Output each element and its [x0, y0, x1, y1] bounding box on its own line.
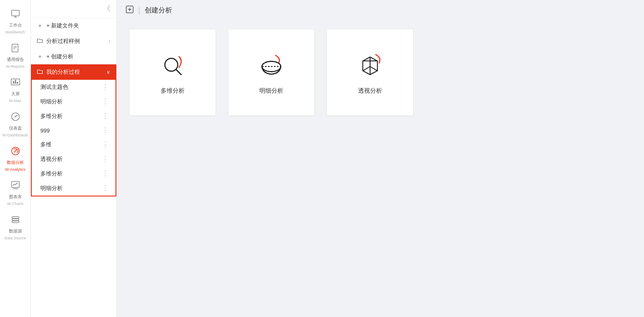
card-label-detail: 明细分析: [259, 87, 283, 95]
svg-rect-20: [12, 219, 19, 220]
header-divider: |: [138, 6, 140, 15]
folder-icon: [37, 38, 43, 45]
svg-rect-3: [12, 44, 18, 52]
svg-rect-0: [12, 10, 19, 16]
svg-line-26: [176, 69, 181, 75]
sub-item-label-5: 透视分析: [40, 155, 101, 163]
sub-item-label-1: 明细分析: [40, 98, 101, 106]
svg-rect-19: [12, 217, 19, 218]
nav-w-dashboards[interactable]: 仪表盘 W-Dashboards: [0, 107, 30, 142]
card-detail[interactable]: 明细分析: [228, 30, 314, 115]
workbench-sublabel: Workbench: [6, 30, 25, 34]
w-dashboards-label: 仪表盘: [9, 125, 22, 131]
w-dashboards-sublabel: W-Dashboards: [3, 133, 28, 137]
svg-rect-8: [13, 81, 14, 84]
my-analysis-label: 我的分析过程: [46, 68, 103, 76]
card-perspective[interactable]: 透视分析: [327, 30, 413, 115]
w-max-sublabel: W-Max: [9, 99, 21, 103]
card-icon-detail: [256, 50, 286, 80]
create-analysis-label: + 创建分析: [46, 53, 110, 60]
sub-item-label-2: 多维分析: [40, 112, 101, 120]
sub-item-2[interactable]: 多维分析 ⋮: [32, 109, 115, 124]
sub-item-label-6: 多维分析: [40, 170, 101, 178]
sub-item-5[interactable]: 透视分析 ⋮: [32, 152, 115, 166]
main-content: | 创建分析 多维分析: [117, 0, 644, 317]
w-dashboards-icon: [10, 112, 21, 124]
arrow-right-icon: ›: [109, 38, 110, 44]
new-folder-item[interactable]: ＋ + 新建文件夹: [31, 18, 116, 33]
plus-icon-2: ＋: [37, 53, 43, 60]
card-multi-dim[interactable]: 多维分析: [130, 30, 216, 115]
svg-point-13: [15, 116, 16, 118]
sub-item-label-4: 多维: [40, 141, 101, 148]
cards-area: 多维分析 明细分析: [117, 21, 644, 317]
analysis-examples-label: 分析过程样例: [46, 37, 105, 45]
nav-data-source[interactable]: 数据源 Data Source: [0, 210, 30, 245]
plus-icon: ＋: [37, 22, 43, 30]
icon-nav: 工作台 Workbench 通用报告 W-Reports 大屏 W-Max: [0, 0, 31, 317]
data-source-sublabel: Data Source: [4, 236, 26, 240]
my-analysis-section[interactable]: 我的分析过程 ∨: [31, 64, 116, 80]
sub-item-label-0: 测试主题色: [40, 83, 101, 91]
nav-w-analytics[interactable]: 数据分析 W-Analytics: [0, 142, 30, 176]
workbench-label: 工作台: [9, 22, 22, 28]
chevron-down-icon: ∨: [106, 69, 110, 75]
page-header-icon: [125, 5, 134, 16]
nav-w-max[interactable]: 大屏 W-Max: [0, 73, 30, 107]
w-analytics-icon: [10, 146, 21, 158]
nav-w-reports[interactable]: 通用报告 W-Reports: [0, 39, 30, 73]
w-charts-sublabel: W-Charts: [7, 202, 24, 206]
sidebar-header: 《: [31, 0, 116, 18]
card-label-perspective: 透视分析: [358, 87, 382, 95]
my-analysis-sub-items: 测试主题色 ⋮ 明细分析 ⋮ 多维分析 ⋮ 999 ⋮ 多维 ⋮ 透视分析 ⋮: [31, 80, 116, 196]
w-reports-icon: [10, 43, 21, 55]
w-charts-label: 图表库: [9, 194, 22, 200]
nav-workbench[interactable]: 工作台 Workbench: [0, 4, 30, 39]
page-title: 创建分析: [145, 6, 172, 15]
w-charts-icon: [10, 180, 21, 192]
nav-w-charts[interactable]: 图表库 W-Charts: [0, 176, 30, 210]
sidebar-menu: ＋ + 新建文件夹 分析过程样例 › ＋ + 创建分析 我的分析过程 ∨: [31, 18, 116, 317]
collapse-button[interactable]: 《: [102, 3, 112, 14]
more-icon-0[interactable]: ⋮: [101, 84, 109, 91]
sub-item-0[interactable]: 测试主题色 ⋮: [32, 80, 115, 94]
sub-item-7[interactable]: 明细分析 ⋮: [32, 181, 115, 196]
more-icon-1[interactable]: ⋮: [101, 98, 109, 105]
page-header: | 创建分析: [117, 0, 644, 21]
more-icon-2[interactable]: ⋮: [101, 113, 109, 120]
sidebar: 《 ＋ + 新建文件夹 分析过程样例 › ＋ + 创建分析: [31, 0, 117, 317]
w-max-label: 大屏: [11, 91, 20, 97]
w-reports-label: 通用报告: [7, 57, 24, 63]
more-icon-3[interactable]: ⋮: [101, 127, 109, 134]
sub-item-label-3: 999: [40, 127, 101, 134]
w-analytics-label: 数据分析: [7, 160, 24, 166]
card-icon-perspective: [355, 50, 385, 80]
w-reports-sublabel: W-Reports: [6, 64, 24, 69]
data-source-icon: [10, 214, 21, 226]
w-analytics-sublabel: W-Analytics: [5, 167, 25, 172]
more-icon-5[interactable]: ⋮: [101, 156, 109, 163]
card-icon-multi-dim: [158, 50, 188, 80]
svg-rect-9: [15, 80, 16, 84]
create-analysis-item[interactable]: ＋ + 创建分析: [31, 49, 116, 64]
folder-active-icon: [37, 69, 43, 76]
sub-item-3[interactable]: 999 ⋮: [32, 124, 115, 137]
more-icon-7[interactable]: ⋮: [101, 185, 109, 192]
svg-line-33: [370, 66, 377, 71]
sub-item-1[interactable]: 明细分析 ⋮: [32, 94, 115, 109]
w-max-icon: [10, 77, 21, 89]
card-label-multi-dim: 多维分析: [161, 87, 185, 95]
sub-item-label-7: 明细分析: [40, 184, 101, 192]
sub-item-4[interactable]: 多维 ⋮: [32, 137, 115, 152]
data-source-label: 数据源: [9, 228, 22, 234]
sub-item-6[interactable]: 多维分析 ⋮: [32, 166, 115, 181]
svg-line-32: [363, 66, 370, 71]
more-icon-6[interactable]: ⋮: [101, 170, 109, 177]
analysis-examples-item[interactable]: 分析过程样例 ›: [31, 33, 116, 49]
workbench-icon: [10, 9, 21, 21]
more-icon-4[interactable]: ⋮: [101, 141, 109, 148]
new-folder-label: + 新建文件夹: [46, 22, 110, 30]
svg-rect-21: [12, 221, 19, 223]
svg-rect-10: [17, 82, 18, 84]
